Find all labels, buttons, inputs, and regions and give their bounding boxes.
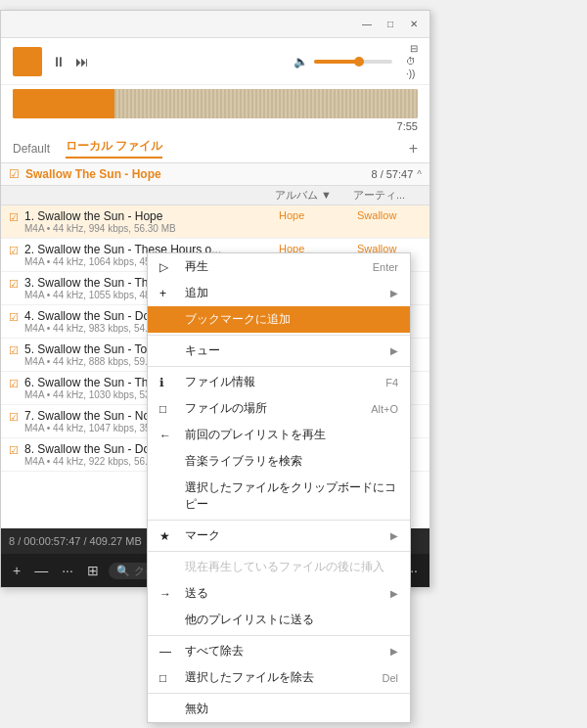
cm-item-label: マーク: [185, 527, 386, 544]
waveform-bar[interactable]: [13, 89, 418, 118]
player-controls: ⏸ ⏭ 🔈 ⊟ ⏱ ·)): [1, 38, 429, 85]
track-check: ☑: [9, 444, 19, 457]
cm-divider: [148, 335, 410, 336]
equalizer-icon[interactable]: ⊟: [410, 43, 418, 54]
context-menu-item[interactable]: → 送る ▶: [148, 580, 410, 607]
cm-shortcut: Del: [382, 672, 398, 684]
maximize-button[interactable]: □: [383, 17, 398, 32]
grid-button[interactable]: ⊞: [83, 561, 103, 580]
col-check: [9, 188, 34, 203]
cm-item-label: ファイルの場所: [185, 400, 363, 417]
track-meta: M4A • 44 kHz, 994 kbps, 56.30 MB: [24, 223, 275, 234]
context-menu-item[interactable]: ブックマークに追加: [148, 306, 410, 333]
context-menu-item[interactable]: ← 前回のプレイリストを再生: [148, 422, 410, 448]
collapse-icon[interactable]: ^: [417, 169, 422, 180]
tab-add-button[interactable]: +: [409, 140, 418, 158]
context-menu-item[interactable]: □ 選択したファイルを除去 Del: [148, 664, 410, 691]
track-check: ☑: [9, 411, 19, 424]
track-check: ☑: [9, 311, 19, 324]
playlist-count: 8 / 57:47: [371, 168, 413, 180]
waveform-played: [13, 89, 114, 118]
cm-item-label: 音楽ライブラリを検索: [185, 453, 398, 470]
close-button[interactable]: ✕: [406, 17, 422, 32]
cm-item-icon: □: [159, 402, 177, 416]
clock-icon[interactable]: ⏱: [406, 56, 418, 67]
tab-local-files[interactable]: ローカル ファイル: [66, 138, 162, 159]
cm-divider: [148, 693, 410, 694]
column-headers: アルバム ▼ アーティ...: [1, 186, 429, 205]
icon-column: ⊟ ⏱ ·)): [406, 43, 418, 79]
context-menu-item[interactable]: 選択したファイルをクリップボードにコピー: [148, 475, 410, 518]
playlist-header: ☑ Swallow The Sun - Hope 8 / 57:47 ^: [1, 163, 429, 186]
cm-item-label: ファイル情報: [185, 374, 378, 390]
track-album: Hope: [275, 209, 353, 221]
waveform-remaining: [114, 89, 419, 118]
cm-item-label: 再生: [185, 258, 365, 275]
track-check: ☑: [9, 278, 19, 291]
cm-item-icon: □: [159, 671, 177, 685]
cm-divider: [148, 366, 410, 367]
cm-arrow: ▶: [390, 530, 398, 541]
track-check: ☑: [9, 344, 19, 357]
volume-icon: 🔈: [294, 55, 308, 68]
context-menu: ▷ 再生 Enter + 追加 ▶ ブックマークに追加 キュー ▶ ℹ ファイル…: [147, 252, 411, 723]
cm-item-icon: ←: [159, 429, 177, 442]
cm-divider: [148, 551, 410, 552]
col-album-header[interactable]: アルバム ▼: [275, 188, 353, 203]
context-menu-item[interactable]: ★ マーク ▶: [148, 523, 410, 549]
cm-item-label: 前回のプレイリストを再生: [185, 427, 398, 443]
broadcast-icon[interactable]: ·)): [406, 68, 418, 79]
col-artist-header[interactable]: アーティ...: [353, 188, 422, 203]
cm-arrow: ▶: [390, 646, 398, 657]
context-menu-item[interactable]: □ ファイルの場所 Alt+O: [148, 395, 410, 422]
album-art: [13, 47, 42, 76]
cm-arrow: ▶: [390, 288, 398, 298]
cm-item-label: すべて除去: [185, 643, 386, 660]
cm-item-label: 選択したファイルをクリップボードにコピー: [185, 479, 398, 513]
track-check: ☑: [9, 378, 19, 390]
volume-track[interactable]: [314, 60, 392, 64]
pause-button[interactable]: ⏸: [52, 54, 66, 69]
track-check: ☑: [9, 211, 19, 224]
cm-item-icon: ℹ: [159, 376, 177, 389]
cm-item-icon: ★: [159, 529, 177, 543]
cm-item-label: 送る: [185, 585, 386, 602]
track-info: 1. Swallow the Sun - Hope M4A • 44 kHz, …: [24, 209, 275, 234]
cm-item-label: 追加: [185, 285, 386, 301]
more-button[interactable]: ···: [58, 561, 77, 580]
context-menu-item[interactable]: ℹ ファイル情報 F4: [148, 369, 410, 395]
time-display: 7:55: [397, 120, 418, 132]
cm-shortcut: Alt+O: [371, 403, 398, 415]
cm-item-icon: —: [159, 645, 177, 659]
cm-shortcut: Enter: [373, 261, 398, 273]
cm-arrow: ▶: [390, 588, 398, 599]
add-button[interactable]: +: [9, 561, 24, 580]
context-menu-item[interactable]: キュー ▶: [148, 338, 410, 364]
cm-item-label: 無効: [185, 701, 398, 717]
cm-item-label: ブックマークに追加: [185, 311, 398, 328]
remove-button[interactable]: —: [30, 561, 52, 580]
next-button[interactable]: ⏭: [75, 54, 89, 69]
waveform-area[interactable]: 7:55: [1, 85, 429, 134]
playlist-title: Swallow The Sun - Hope: [25, 167, 371, 181]
tab-default[interactable]: Default: [13, 142, 50, 156]
volume-control: 🔈: [294, 55, 392, 68]
context-menu-item[interactable]: 他のプレイリストに送る: [148, 607, 410, 633]
track-check: ☑: [9, 245, 19, 257]
status-info: 8 / 00:00:57:47 / 409.27 MB: [9, 535, 142, 547]
context-menu-item[interactable]: — すべて除去 ▶: [148, 638, 410, 664]
cm-item-icon: +: [159, 287, 177, 300]
minimize-button[interactable]: —: [359, 17, 375, 32]
title-bar: — □ ✕: [1, 11, 429, 38]
context-menu-item[interactable]: + 追加 ▶: [148, 280, 410, 306]
cm-item-icon: →: [159, 587, 177, 601]
context-menu-item[interactable]: ▷ 再生 Enter: [148, 253, 410, 280]
cm-item-label: キュー: [185, 342, 386, 359]
cm-divider: [148, 520, 410, 521]
cm-item-label: 他のプレイリストに送る: [185, 612, 398, 628]
track-item[interactable]: ☑ 1. Swallow the Sun - Hope M4A • 44 kHz…: [1, 205, 429, 239]
context-menu-item: 現在再生しているファイルの後に挿入: [148, 554, 410, 580]
context-menu-item[interactable]: 音楽ライブラリを検索: [148, 448, 410, 475]
context-menu-item[interactable]: 無効: [148, 696, 410, 722]
search-icon: 🔍: [116, 565, 130, 577]
